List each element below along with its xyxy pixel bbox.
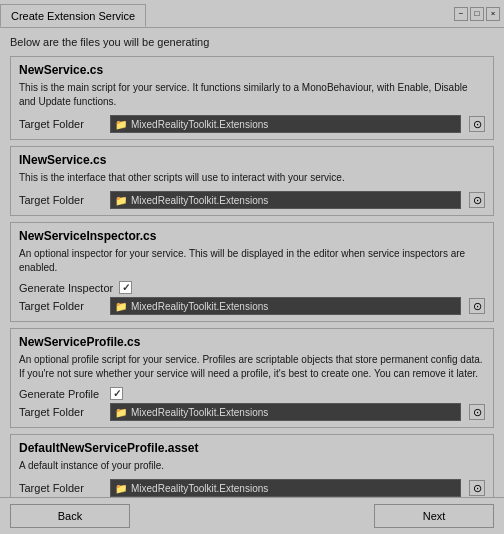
checkbox-label-newservice-inspector-cs: Generate Inspector [19,282,113,294]
close-button[interactable]: × [486,7,500,21]
folder-label-inewservice-cs: Target Folder [19,194,104,206]
content-area: Below are the files you will be generati… [0,28,504,497]
next-button[interactable]: Next [374,504,494,528]
folder-row-newservice-profile-cs: Target Folder 📁 MixedRealityToolkit.Exte… [19,403,485,421]
folder-input-default-newservice-profile-asset[interactable]: 📁 MixedRealityToolkit.Extensions [110,479,461,497]
folder-browse-btn-newservice-profile-cs[interactable]: ⊙ [469,404,485,420]
checkbox-row-newservice-profile-cs: Generate Profile [19,387,485,400]
section-desc-inewservice-cs: This is the interface that other scripts… [19,171,485,185]
folder-browse-btn-new-service-cs[interactable]: ⊙ [469,116,485,132]
folder-value-inewservice-cs: MixedRealityToolkit.Extensions [131,195,268,206]
folder-row-default-newservice-profile-asset: Target Folder 📁 MixedRealityToolkit.Exte… [19,479,485,497]
checkbox-label-newservice-profile-cs: Generate Profile [19,388,104,400]
folder-input-newservice-inspector-cs[interactable]: 📁 MixedRealityToolkit.Extensions [110,297,461,315]
title-bar: Create Extension Service − □ × [0,0,504,28]
folder-row-inewservice-cs: Target Folder 📁 MixedRealityToolkit.Exte… [19,191,485,209]
folder-input-inewservice-cs[interactable]: 📁 MixedRealityToolkit.Extensions [110,191,461,209]
section-title-inewservice-cs: INewService.cs [19,153,485,167]
folder-value-newservice-inspector-cs: MixedRealityToolkit.Extensions [131,301,268,312]
section-desc-newservice-profile-cs: An optional profile script for your serv… [19,353,485,381]
section-new-service-cs: NewService.csThis is the main script for… [10,56,494,140]
checkbox-row-newservice-inspector-cs: Generate Inspector [19,281,485,294]
folder-row-newservice-inspector-cs: Target Folder 📁 MixedRealityToolkit.Exte… [19,297,485,315]
folder-value-newservice-profile-cs: MixedRealityToolkit.Extensions [131,407,268,418]
section-newservice-inspector-cs: NewServiceInspector.csAn optional inspec… [10,222,494,322]
folder-label-newservice-profile-cs: Target Folder [19,406,104,418]
folder-row-new-service-cs: Target Folder 📁 MixedRealityToolkit.Exte… [19,115,485,133]
section-inewservice-cs: INewService.csThis is the interface that… [10,146,494,216]
folder-icon-newservice-profile-cs: 📁 [115,407,127,418]
folder-browse-btn-inewservice-cs[interactable]: ⊙ [469,192,485,208]
section-title-newservice-profile-cs: NewServiceProfile.cs [19,335,485,349]
section-desc-new-service-cs: This is the main script for your service… [19,81,485,109]
folder-label-newservice-inspector-cs: Target Folder [19,300,104,312]
folder-icon-default-newservice-profile-asset: 📁 [115,483,127,494]
minimize-button[interactable]: − [454,7,468,21]
section-default-newservice-profile-asset: DefaultNewServiceProfile.assetA default … [10,434,494,497]
title-tab: Create Extension Service [0,4,146,27]
sections-container: NewService.csThis is the main script for… [10,56,494,497]
folder-browse-btn-default-newservice-profile-asset[interactable]: ⊙ [469,480,485,496]
window-title: Create Extension Service [11,10,135,22]
page-subtitle: Below are the files you will be generati… [10,36,494,48]
back-button[interactable]: Back [10,504,130,528]
folder-label-new-service-cs: Target Folder [19,118,104,130]
footer: Back Next [0,497,504,534]
section-newservice-profile-cs: NewServiceProfile.csAn optional profile … [10,328,494,428]
folder-input-newservice-profile-cs[interactable]: 📁 MixedRealityToolkit.Extensions [110,403,461,421]
checkbox-newservice-inspector-cs[interactable] [119,281,132,294]
section-title-newservice-inspector-cs: NewServiceInspector.cs [19,229,485,243]
maximize-button[interactable]: □ [470,7,484,21]
main-window: Create Extension Service − □ × Below are… [0,0,504,534]
folder-icon-new-service-cs: 📁 [115,119,127,130]
section-desc-default-newservice-profile-asset: A default instance of your profile. [19,459,485,473]
section-title-new-service-cs: NewService.cs [19,63,485,77]
folder-value-default-newservice-profile-asset: MixedRealityToolkit.Extensions [131,483,268,494]
folder-value-new-service-cs: MixedRealityToolkit.Extensions [131,119,268,130]
folder-browse-btn-newservice-inspector-cs[interactable]: ⊙ [469,298,485,314]
folder-input-new-service-cs[interactable]: 📁 MixedRealityToolkit.Extensions [110,115,461,133]
folder-label-default-newservice-profile-asset: Target Folder [19,482,104,494]
folder-icon-newservice-inspector-cs: 📁 [115,301,127,312]
section-desc-newservice-inspector-cs: An optional inspector for your service. … [19,247,485,275]
window-controls: − □ × [454,0,504,27]
folder-icon-inewservice-cs: 📁 [115,195,127,206]
section-title-default-newservice-profile-asset: DefaultNewServiceProfile.asset [19,441,485,455]
checkbox-newservice-profile-cs[interactable] [110,387,123,400]
